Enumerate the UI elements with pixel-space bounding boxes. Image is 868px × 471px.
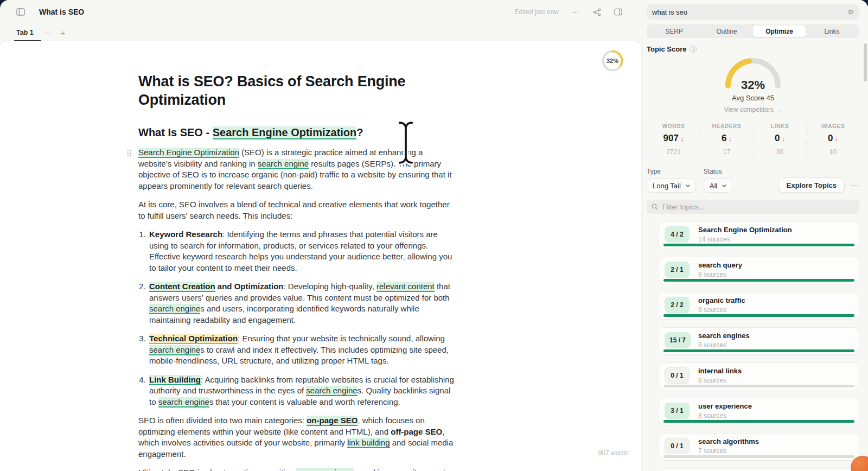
- doc-list-item-3: Technical Optimization: Ensuring that yo…: [148, 333, 458, 367]
- topic-usage-badge: 4 / 2: [665, 226, 690, 243]
- topic-progress-bar: [663, 314, 854, 317]
- stat-column: WORDS 907↓ 2721: [647, 122, 700, 158]
- status-value: All: [710, 182, 717, 190]
- topic-sources: 9 sources: [698, 306, 726, 314]
- doc-paragraph-3: SEO is often divided into two main categ…: [138, 415, 458, 460]
- mini-score-ring: 32%: [601, 49, 624, 72]
- topic-progress-bar: [663, 455, 854, 458]
- add-tab-button[interactable]: +: [61, 28, 66, 37]
- topic-filters: Type Long Tail Status All Explore Topics: [647, 168, 859, 193]
- doc-list-item-4: Link Building: Acquiring backlinks from …: [148, 374, 458, 408]
- stat-label: IMAGES: [807, 123, 859, 129]
- mini-score-value: 32%: [601, 49, 624, 72]
- info-icon[interactable]: i: [690, 46, 697, 53]
- topic-card[interactable]: 2 / 1 search query 9 sources: [659, 257, 859, 284]
- status-dropdown[interactable]: All: [704, 179, 732, 193]
- query-input[interactable]: what is seo ⚙: [647, 4, 859, 20]
- stat-label: HEADERS: [700, 123, 753, 129]
- sidebar-toggle-icon[interactable]: [16, 8, 25, 16]
- tab-more-icon[interactable]: ⋯: [43, 29, 51, 37]
- topic-card[interactable]: 0 / 1 search algorithms 7 sources: [659, 433, 859, 461]
- tab-links[interactable]: Links: [806, 26, 858, 37]
- type-value: Long Tail: [653, 182, 681, 190]
- filter-topics-input[interactable]: Filter topics...: [647, 200, 859, 214]
- chevron-down-icon: [686, 184, 690, 187]
- topic-usage-badge: 3 / 1: [665, 403, 690, 419]
- tab-outline[interactable]: Outline: [700, 26, 753, 37]
- topic-sources: 9 sources: [698, 271, 726, 278]
- topic-card[interactable]: 15 / 7 search engines 8 sources: [659, 327, 859, 355]
- stat-value: 0↓: [807, 133, 859, 144]
- paragraph-block: Search Engine Optimization (SEO) is a st…: [138, 147, 458, 192]
- panel-scrollbar-thumb[interactable]: [864, 43, 867, 81]
- topic-usage-badge: 2 / 2: [665, 297, 690, 313]
- topics-more-icon[interactable]: ⋯: [851, 181, 859, 189]
- stat-value: 907↓: [647, 133, 700, 144]
- topic-sources: 8 sources: [698, 377, 726, 384]
- topic-sources: 14 sources: [698, 236, 730, 243]
- stat-target: 10: [807, 148, 859, 156]
- stat-label: WORDS: [647, 123, 700, 129]
- avg-score: Avg Score 45: [647, 94, 859, 102]
- view-competitors-link[interactable]: View competitors →: [647, 106, 859, 113]
- topic-sources: 7 sources: [698, 447, 726, 455]
- topic-card[interactable]: 4 / 2 Search Engine Optimization 14 sour…: [659, 221, 859, 249]
- tab-bar: Tab 1 ⋯ +: [0, 24, 642, 41]
- topic-list-overflow: [659, 468, 859, 471]
- doc-paragraph-2: At its core, SEO involves a blend of tec…: [138, 199, 458, 221]
- word-count: 907 words: [598, 449, 628, 457]
- document-body[interactable]: What is SEO? Basics of Search Engine Opt…: [138, 72, 458, 471]
- query-text: what is seo: [652, 8, 687, 16]
- type-filter-group: Type Long Tail: [647, 168, 696, 193]
- main-region: What is SEO Edited just now ⋯: [0, 0, 642, 471]
- down-arrow-icon: ↓: [834, 135, 838, 143]
- optimize-panel: what is seo ⚙ SERP Outline Optimize Link…: [642, 0, 868, 471]
- header-more-icon[interactable]: ⋯: [572, 8, 580, 16]
- header-actions: Edited just now ⋯: [515, 8, 622, 16]
- topic-card[interactable]: 0 / 1 internal links 8 sources: [659, 362, 859, 390]
- content-stats: WORDS 907↓ 2721 HEADERS 6↓ 17 LINKS 0↓ 3…: [647, 122, 859, 158]
- topic-name: organic traffic: [698, 296, 745, 304]
- window: What is SEO Edited just now ⋯: [0, 0, 868, 471]
- topic-usage-badge: 0 / 1: [665, 438, 690, 454]
- app-surface: What is SEO Edited just now ⋯: [0, 0, 868, 471]
- explore-topics-button[interactable]: Explore Topics: [778, 177, 845, 193]
- topic-score-label: Topic Score: [647, 45, 686, 53]
- status-filter-group: Status All: [704, 168, 732, 193]
- doc-list-item-1: Keyword Research: Identifying the terms …: [148, 229, 458, 273]
- gear-icon[interactable]: ⚙: [847, 8, 854, 16]
- topic-card-partial[interactable]: [659, 468, 859, 471]
- drag-handle-icon[interactable]: [127, 149, 131, 159]
- down-arrow-icon: ↓: [728, 135, 732, 143]
- topic-card[interactable]: 2 / 2 organic traffic 9 sources: [659, 292, 859, 320]
- tab-serp[interactable]: SERP: [648, 26, 700, 37]
- topic-usage-badge: 0 / 1: [665, 367, 690, 384]
- filter-placeholder: Filter topics...: [662, 203, 704, 211]
- topic-score-header: Topic Score i: [647, 45, 859, 53]
- topic-card[interactable]: 3 / 1 user experience 8 sources: [659, 398, 859, 425]
- topic-name: Search Engine Optimization: [698, 226, 792, 234]
- editor-card: 32% What is SEO? Basics of Search Engine…: [0, 41, 641, 471]
- stat-label: LINKS: [754, 123, 806, 129]
- edited-status: Edited just now: [515, 8, 559, 16]
- panel-tabs: SERP Outline Optimize Links: [647, 24, 859, 38]
- share-icon[interactable]: [593, 8, 601, 16]
- tab-1[interactable]: Tab 1: [16, 29, 34, 36]
- topic-score-gauge: 32%: [723, 55, 783, 91]
- type-dropdown[interactable]: Long Tail: [647, 179, 696, 193]
- doc-paragraph-4: Ultimately, SEO is about creating a posi…: [138, 467, 458, 471]
- topic-name: internal links: [698, 367, 742, 375]
- stat-target: 17: [700, 148, 753, 156]
- tab-optimize[interactable]: Optimize: [753, 26, 806, 37]
- topic-name: search algorithms: [698, 437, 759, 445]
- topic-progress-bar: [663, 385, 854, 387]
- doc-ordered-list: Keyword Research: Identifying the terms …: [138, 229, 458, 408]
- topic-actions: Explore Topics ⋯: [778, 177, 859, 193]
- topic-progress-bar: [663, 279, 854, 282]
- right-panel-toggle-icon[interactable]: [614, 8, 622, 16]
- stat-target: 2721: [647, 148, 700, 156]
- editor-header: What is SEO Edited just now ⋯: [0, 0, 642, 24]
- stat-value: 0↓: [754, 133, 806, 144]
- document-title: What is SEO: [39, 8, 84, 16]
- search-icon: [652, 203, 658, 210]
